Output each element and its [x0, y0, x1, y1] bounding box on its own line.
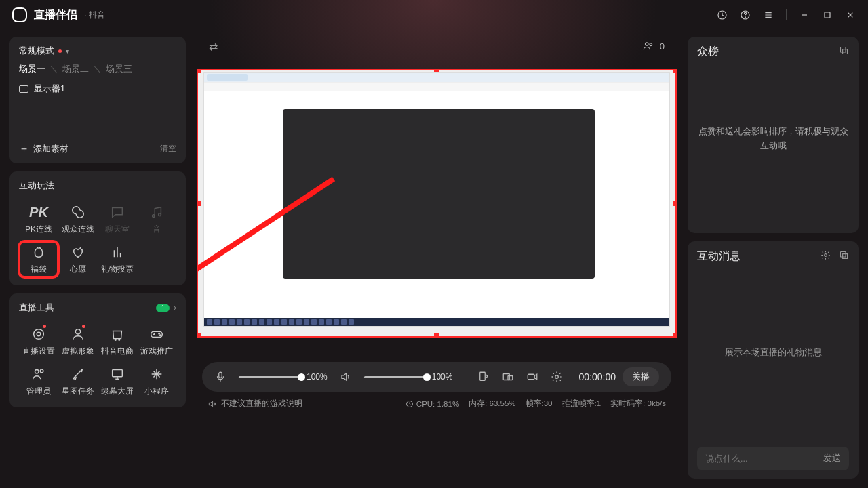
mode-label: 常规模式: [19, 45, 54, 57]
status-mem: 内存: 63.55%: [469, 399, 515, 409]
svg-rect-24: [528, 374, 535, 380]
status-cpu: CPU: 1.81%: [416, 400, 459, 408]
layout-icon[interactable]: [502, 371, 514, 383]
live-tools-panel: 直播工具 1› 直播设置 虚拟形象 抖音电商 游戏推广 管理员 星图任务 绿幕大…: [9, 293, 186, 407]
scene-tabs: 场景一＼ 场景二＼ 场景三: [19, 64, 176, 75]
msg-popout-icon[interactable]: [839, 250, 849, 263]
menu-icon[interactable]: [763, 9, 774, 20]
help-icon[interactable]: [740, 9, 751, 20]
app-logo-icon: [12, 7, 27, 22]
divider: [786, 9, 787, 20]
mic-icon[interactable]: [214, 371, 226, 383]
tool-admin[interactable]: 管理员: [19, 363, 58, 399]
msg-title: 互动消息: [697, 249, 741, 264]
status-bar: 不建议直播的游戏说明 CPU: 1.81% 内存: 63.55% 帧率:30 推…: [195, 392, 678, 409]
speaker-icon[interactable]: [340, 371, 352, 383]
maximize-icon[interactable]: [822, 9, 833, 20]
status-fps: 帧率:30: [526, 399, 553, 409]
svg-point-18: [650, 43, 652, 46]
svg-point-13: [160, 335, 161, 336]
source-monitor[interactable]: 显示器1: [19, 83, 176, 95]
svg-rect-21: [480, 372, 486, 380]
app-name: 直播伴侣: [34, 8, 77, 22]
settings-icon[interactable]: [551, 371, 563, 383]
mic-slider[interactable]: 100%: [239, 372, 328, 382]
chevron-right-icon[interactable]: ›: [174, 303, 176, 312]
swap-icon[interactable]: ⇄: [209, 40, 218, 53]
minimize-icon[interactable]: [799, 9, 810, 20]
record-icon[interactable]: [526, 371, 538, 383]
send-button[interactable]: 发送: [823, 453, 841, 464]
svg-point-7: [37, 332, 41, 336]
popout-icon[interactable]: [839, 45, 849, 58]
tool-miniapp[interactable]: 小程序: [137, 363, 176, 399]
message-panel: 互动消息 展示本场直播的礼物消息 发送: [688, 241, 859, 479]
monitor-label: 显示器1: [34, 83, 65, 95]
titlebar: 直播伴侣 · 抖音: [0, 0, 868, 30]
bottom-control-bar: 100% 100% 00:00:00 关播: [202, 362, 671, 392]
plus-icon: ＋: [19, 142, 29, 155]
preview-canvas[interactable]: [197, 69, 677, 338]
add-source-label: 添加素材: [33, 143, 68, 155]
rank-panel: 众榜 点赞和送礼会影响排序，请积极与观众互动哦: [688, 37, 859, 233]
app-subtitle: · 抖音: [84, 9, 105, 21]
svg-point-5: [159, 214, 161, 216]
svg-point-4: [153, 215, 155, 218]
scene-tab-1[interactable]: 场景一: [19, 64, 45, 75]
svg-rect-29: [841, 47, 846, 53]
close-live-button[interactable]: 关播: [623, 367, 659, 386]
viewer-count: 0: [642, 40, 665, 52]
rank-tip: 点赞和送礼会影响排序，请积极与观众互动哦: [697, 125, 849, 154]
interactive-panel: 互动玩法 PKPK连线 观众连线 聊天室 音 福袋 心愿 礼物投票: [9, 171, 186, 285]
clear-button[interactable]: 清空: [160, 143, 176, 155]
tool-audience-link[interactable]: 观众连线: [58, 201, 98, 237]
center-area: ⇄ 0 100% 100%: [195, 30, 678, 488]
tool-chatroom[interactable]: 聊天室: [98, 201, 137, 237]
svg-rect-3: [825, 12, 830, 18]
add-source-button[interactable]: ＋ 添加素材: [19, 142, 68, 155]
sidebar: 常规模式 ▾ 场景一＼ 场景二＼ 场景三 显示器1 ＋ 添加素材 清空: [0, 30, 195, 488]
interactive-title: 互动玩法: [19, 180, 176, 192]
svg-point-25: [555, 375, 559, 379]
status-bitrate: 实时码率: 0kb/s: [610, 399, 666, 409]
preview-content: [203, 72, 670, 327]
svg-point-10: [119, 339, 120, 340]
live-tools-title: 直播工具: [19, 302, 54, 314]
tool-pk[interactable]: PKPK连线: [19, 201, 58, 237]
tool-live-settings[interactable]: 直播设置: [19, 323, 58, 359]
tool-wish[interactable]: 心愿: [58, 241, 98, 277]
msg-tip: 展示本场直播的礼物消息: [697, 264, 849, 441]
tool-lucky-bag[interactable]: 福袋: [19, 241, 58, 277]
tool-greenscreen[interactable]: 绿幕大屏: [98, 363, 137, 399]
close-icon[interactable]: [845, 9, 856, 20]
scene-panel: 常规模式 ▾ 场景一＼ 场景二＼ 场景三 显示器1 ＋ 添加素材 清空: [9, 37, 186, 163]
monitor-icon: [19, 85, 28, 93]
history-icon[interactable]: [717, 9, 728, 20]
right-column: 众榜 点赞和送礼会影响排序，请积极与观众互动哦 互动消息 展示本场直播的礼物消息…: [678, 30, 868, 488]
tool-xingtu[interactable]: 星图任务: [58, 363, 98, 399]
game-warning[interactable]: 不建议直播的游戏说明: [208, 399, 302, 409]
svg-point-9: [115, 339, 116, 340]
msg-settings-icon[interactable]: [821, 250, 831, 263]
svg-point-6: [34, 329, 44, 340]
tool-virtual-avatar[interactable]: 虚拟形象: [58, 323, 98, 359]
svg-point-2: [745, 17, 746, 18]
scene-tab-2[interactable]: 场景二: [62, 64, 89, 75]
svg-point-12: [159, 333, 160, 334]
tool-gift-vote[interactable]: 礼物投票: [98, 241, 137, 277]
chat-input-row: 发送: [697, 447, 849, 470]
tool-game-promo[interactable]: 游戏推广: [137, 323, 176, 359]
svg-point-17: [645, 43, 648, 46]
svg-rect-23: [508, 376, 513, 380]
live-timer: 00:00:00: [579, 371, 616, 382]
chevron-down-icon: ▾: [66, 47, 69, 55]
tool-music[interactable]: 音: [137, 201, 176, 237]
orientation-icon[interactable]: [477, 371, 490, 383]
tools-badge: 1: [156, 304, 170, 312]
scene-tab-3[interactable]: 场景三: [106, 64, 132, 75]
speaker-slider[interactable]: 100%: [364, 372, 453, 382]
svg-point-14: [35, 370, 39, 374]
chat-input[interactable]: [705, 454, 818, 464]
tool-ecommerce[interactable]: 抖音电商: [98, 323, 137, 359]
mode-selector[interactable]: 常规模式 ▾: [19, 45, 176, 57]
